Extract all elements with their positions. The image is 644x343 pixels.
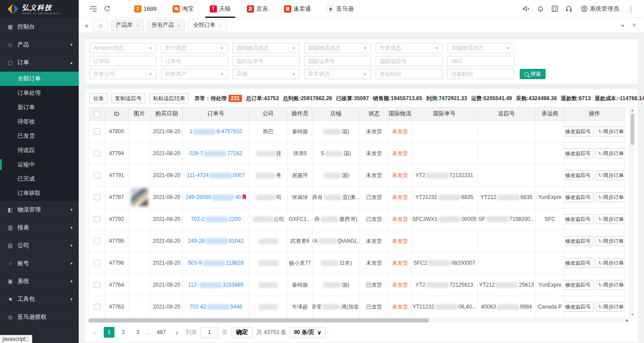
edit-tracking-button[interactable]: 修改追踪号	[564, 214, 593, 224]
row-checkbox[interactable]	[94, 128, 100, 135]
filter-select[interactable]: 支付状态▼	[161, 43, 228, 53]
page-button-487[interactable]: 487	[155, 327, 168, 338]
edit-tracking-button[interactable]: 修改追踪号	[564, 258, 593, 268]
nav-item-tmall[interactable]: T天猫	[202, 0, 239, 18]
filter-select[interactable]: 所有公司▼	[89, 69, 157, 79]
row-checkbox[interactable]	[94, 194, 100, 200]
page-button-3[interactable]: 3	[132, 327, 143, 338]
filter-input-field[interactable]	[93, 58, 153, 64]
filter-input-field[interactable]	[380, 71, 439, 77]
scroll-up-icon[interactable]: ▲	[630, 108, 635, 113]
filter-select[interactable]: 异常状态▼	[304, 69, 371, 79]
filter-input-field[interactable]	[451, 71, 510, 77]
edit-tracking-button[interactable]: 修改追踪号	[564, 148, 593, 158]
sidebar-item-toolkit[interactable]: ■工具包▾	[0, 290, 79, 308]
home-tab[interactable]: ⌂	[93, 20, 108, 31]
calculator-panel-icon[interactable]	[548, 0, 561, 18]
filter-select[interactable]: 所有用户▼	[161, 69, 228, 79]
submenu-item-shipped[interactable]: 已发货	[0, 129, 79, 143]
filter-input-field[interactable]	[380, 58, 439, 64]
edit-tracking-button[interactable]: 修改追踪号	[564, 170, 593, 180]
filter-select[interactable]: 国际物流状态▼	[304, 43, 371, 53]
sync-order-button[interactable]: ↻同步订单	[596, 170, 625, 180]
edit-tracking-button[interactable]: 修改追踪号	[564, 127, 593, 136]
more-kebab-icon[interactable]: ⋮	[624, 0, 638, 18]
sidebar-item-orders[interactable]: ▢订单▴	[0, 54, 79, 72]
sidebar-item-products[interactable]: ◇产品▾	[0, 36, 79, 54]
edit-tracking-button[interactable]: 修改追踪号	[564, 302, 593, 312]
close-tab-icon[interactable]: ×	[178, 23, 180, 28]
filter-select[interactable]: 末端物流状态▼	[447, 43, 514, 53]
sync-order-button[interactable]: ↻同步订单	[596, 192, 625, 202]
filter-select[interactable]: 国内物流状态▼	[233, 43, 300, 53]
row-checkbox[interactable]	[94, 282, 100, 288]
nav-item-jd[interactable]: 京京东	[239, 0, 276, 18]
filter-input-field[interactable]	[308, 58, 367, 64]
submenu-item-all-orders[interactable]: 全部订单	[0, 72, 79, 86]
sync-order-button[interactable]: ↻同步订单	[596, 280, 625, 290]
sync-order-button[interactable]: ↻同步订单	[596, 302, 625, 312]
sync-order-button[interactable]: ↻同步订单	[596, 148, 625, 158]
filter-input-field[interactable]	[237, 58, 296, 64]
notifications-bell-icon[interactable]	[534, 0, 547, 18]
row-checkbox[interactable]	[94, 304, 100, 310]
sync-order-button[interactable]: ↻同步订单	[596, 258, 625, 268]
copy-tracking-button[interactable]: 复制追踪号	[111, 93, 145, 103]
next-page-button[interactable]: ›	[171, 327, 182, 338]
horizontal-scrollbar[interactable]: ▶	[89, 318, 629, 323]
sidebar-item-company[interactable]: ▤公司▾	[0, 237, 79, 254]
submenu-item-pending-receipt[interactable]: 待签收	[0, 114, 79, 129]
sidebar-item-amazon-auth[interactable]: ◎亚马逊授权	[0, 308, 79, 326]
tabs-more-icon[interactable]: »	[621, 22, 624, 29]
tab-all-orders[interactable]: 全部订单×	[188, 20, 226, 31]
submenu-item-completed[interactable]: 已完成	[0, 172, 79, 186]
edit-tracking-button[interactable]: 修改追踪号	[564, 236, 593, 246]
edit-tracking-button[interactable]: 修改追踪号	[564, 192, 593, 202]
submenu-item-order-handling[interactable]: 订单处理	[0, 86, 79, 100]
sidebar-item-system[interactable]: ▣系统▾	[0, 272, 79, 290]
tab-all-products[interactable]: 所有产品×	[147, 20, 185, 31]
page-size-select[interactable]: 90 条/页∨	[290, 327, 326, 338]
vertical-scrollbar[interactable]: ▲▼	[629, 107, 635, 318]
prev-page-button[interactable]: ‹	[89, 327, 100, 338]
user-menu[interactable]: 系统管理员	[576, 5, 623, 13]
filter-select[interactable]: 作废状态▼	[376, 43, 443, 53]
row-checkbox[interactable]	[94, 260, 100, 266]
filter-input-field[interactable]	[451, 58, 510, 64]
submenu-item-pending-track[interactable]: 待追踪	[0, 143, 79, 157]
page-button-2[interactable]: 2	[118, 327, 129, 338]
dispatch-button[interactable]: 分派	[89, 93, 107, 103]
search-button[interactable]: 搜索	[520, 69, 546, 79]
sidebar-item-console[interactable]: ▦控制台	[0, 18, 79, 36]
filter-input-field[interactable]	[165, 58, 224, 64]
nav-item-aliexpress[interactable]: 速速卖通	[276, 0, 319, 18]
sidebar-item-logistics[interactable]: ◧物流管理▾	[0, 201, 79, 219]
sidebar-item-account[interactable]: ○账号▾	[0, 254, 79, 272]
row-checkbox[interactable]	[94, 150, 100, 157]
tabs-scroll-left-icon[interactable]: «	[80, 22, 93, 29]
submenu-item-order-fetch[interactable]: 订单获取	[0, 186, 79, 200]
page-button-1[interactable]: 1	[104, 327, 114, 338]
nav-item-taobao[interactable]: 淘淘宝	[165, 0, 202, 18]
customer-service-icon[interactable]	[562, 0, 576, 18]
edit-tracking-button[interactable]: 修改追踪号	[564, 280, 593, 290]
paste-tracking-result-button[interactable]: 粘贴追踪结果	[149, 93, 189, 103]
sync-order-button[interactable]: ↻同步订单	[596, 214, 625, 224]
submenu-item-new-orders[interactable]: 新订单	[0, 100, 79, 114]
announcement-speaker-icon[interactable]	[519, 0, 533, 18]
refresh-icon[interactable]	[100, 0, 114, 18]
row-checkbox[interactable]	[94, 172, 100, 178]
sync-order-button[interactable]: ↻同步订单	[596, 236, 625, 246]
sync-order-button[interactable]: ↻同步订单	[596, 127, 625, 136]
nav-item-amazon[interactable]: a亚马逊	[319, 0, 362, 18]
select-all-checkbox[interactable]	[94, 111, 100, 117]
filter-select[interactable]: Amazon状态▼	[89, 43, 157, 53]
row-checkbox[interactable]	[94, 216, 100, 222]
confirm-button[interactable]: 确定	[231, 327, 253, 338]
close-tab-icon[interactable]: ×	[219, 23, 221, 28]
filter-select[interactable]: 店铺▼	[233, 69, 300, 79]
tabs-dropdown-icon[interactable]: ∨	[632, 22, 636, 29]
row-checkbox[interactable]	[94, 238, 100, 244]
nav-item-1688[interactable]: 21688	[126, 0, 165, 18]
scroll-right-icon[interactable]: ▶	[626, 318, 629, 323]
